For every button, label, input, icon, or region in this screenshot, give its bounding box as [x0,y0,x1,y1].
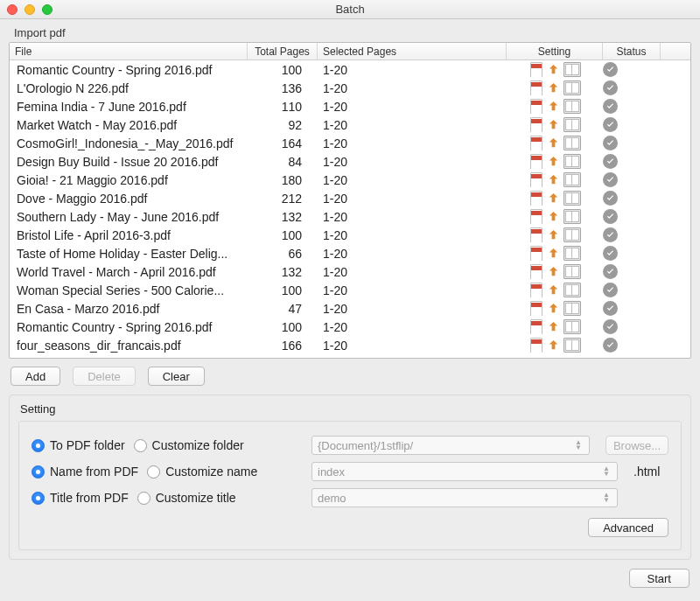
pdf-icon[interactable] [528,209,543,224]
pdf-icon[interactable] [528,319,543,334]
upload-icon[interactable] [546,136,561,150]
add-button[interactable]: Add [10,367,60,386]
template-icon[interactable] [564,319,581,334]
pdf-icon[interactable] [528,301,543,316]
table-body[interactable]: Romantic Country - Spring 2016.pdf1001-2… [10,60,690,358]
upload-icon[interactable] [546,99,561,114]
status-ok-icon [603,62,618,77]
upload-icon[interactable] [546,62,561,77]
upload-icon[interactable] [546,80,561,95]
pdf-icon[interactable] [528,80,543,95]
template-icon[interactable] [564,209,581,224]
table-row[interactable]: Romantic Country - Spring 2016.pdf1001-2… [10,60,690,79]
template-icon[interactable] [564,301,581,316]
template-icon[interactable] [564,338,581,353]
status-ok-icon [603,154,618,169]
template-icon[interactable] [564,80,581,95]
template-icon[interactable] [564,99,581,114]
pdf-icon[interactable] [528,338,543,353]
cell-selected-pages: 1-20 [318,63,507,77]
minimize-button[interactable] [24,4,35,15]
upload-icon[interactable] [546,191,561,206]
clear-button[interactable]: Clear [148,367,205,386]
opt-title-from-pdf[interactable]: Title from PDF [32,491,129,505]
pdf-icon[interactable] [528,136,543,150]
pdf-icon[interactable] [528,117,543,132]
cell-file: CosmoGirl!_Indonesia_-_May_2016.pdf [10,136,248,150]
settings-section-label: Setting [18,402,682,416]
template-icon[interactable] [564,117,581,132]
cell-file: Design Buy Build - Issue 20 2016.pdf [10,155,248,169]
upload-icon[interactable] [546,117,561,132]
col-setting[interactable]: Setting [507,43,603,59]
upload-icon[interactable] [546,209,561,224]
pdf-icon[interactable] [528,283,543,297]
upload-icon[interactable] [546,338,561,353]
table-row[interactable]: Southern Lady - May - June 2016.pdf1321-… [10,207,690,226]
titlebar: Batch [0,0,700,19]
template-icon[interactable] [564,264,581,279]
col-total-pages[interactable]: Total Pages [248,43,318,59]
table-row[interactable]: L'Orologio N 226.pdf1361-20 [10,79,690,97]
col-selected-pages[interactable]: Selected Pages [318,43,507,59]
pdf-icon[interactable] [528,172,543,187]
pdf-icon[interactable] [528,154,543,169]
pdf-icon[interactable] [528,62,543,77]
table-row[interactable]: Dove - Maggio 2016.pdf2121-20 [10,189,690,207]
upload-icon[interactable] [546,301,561,316]
upload-icon[interactable] [546,264,561,279]
template-icon[interactable] [564,136,581,150]
table-row[interactable]: World Travel - March - April 2016.pdf132… [10,262,690,281]
col-file[interactable]: File [10,43,248,59]
pdf-icon[interactable] [528,99,543,114]
close-button[interactable] [7,4,18,15]
status-ok-icon [603,172,618,187]
upload-icon[interactable] [546,246,561,261]
radio-icon [137,492,150,505]
pdf-icon[interactable] [528,227,543,242]
pdf-icon[interactable] [528,246,543,261]
template-icon[interactable] [564,246,581,261]
table-row[interactable]: four_seasons_dir_francais.pdf1661-20 [10,336,690,354]
opt-name-from-pdf[interactable]: Name from PDF [32,465,138,479]
template-icon[interactable] [564,191,581,206]
template-icon[interactable] [564,283,581,297]
start-button[interactable]: Start [629,569,690,588]
upload-icon[interactable] [546,283,561,297]
opt-to-pdf-folder[interactable]: To PDF folder [32,438,125,452]
template-icon[interactable] [564,62,581,77]
window-controls [7,4,52,15]
advanced-button[interactable]: Advanced [588,518,668,537]
table-row[interactable]: Femina India - 7 June 2016.pdf1101-20 [10,97,690,115]
upload-icon[interactable] [546,227,561,242]
pdf-icon[interactable] [528,264,543,279]
table-row[interactable]: Market Watch - May 2016.pdf921-20 [10,115,690,134]
name-combo[interactable]: index ▲▼ [312,462,618,481]
template-icon[interactable] [564,172,581,187]
table-row[interactable]: Design Buy Build - Issue 20 2016.pdf841-… [10,152,690,171]
opt-customize-title[interactable]: Customize title [137,491,236,505]
upload-icon[interactable] [546,172,561,187]
table-row[interactable]: CosmoGirl!_Indonesia_-_May_2016.pdf1641-… [10,134,690,152]
table-row[interactable]: Woman Special Series - 500 Calorie...100… [10,281,690,299]
col-status[interactable]: Status [603,43,661,59]
title-combo[interactable]: demo ▲▼ [312,488,618,507]
opt-customize-name[interactable]: Customize name [147,465,257,479]
status-ok-icon [603,209,618,224]
opt-customize-folder[interactable]: Customize folder [134,438,244,452]
cell-setting [507,136,603,150]
table-row[interactable]: En Casa - Marzo 2016.pdf471-20 [10,299,690,318]
upload-icon[interactable] [546,154,561,169]
chevron-updown-icon: ▲▼ [599,492,613,504]
cell-file: Bristol Life - April 2016-3.pdf [10,228,248,242]
template-icon[interactable] [564,154,581,169]
table-row[interactable]: Gioia! - 21 Maggio 2016.pdf1801-20 [10,171,690,189]
folder-path-combo[interactable]: {Document}/1stflip/ ▲▼ [312,436,590,455]
template-icon[interactable] [564,227,581,242]
table-row[interactable]: Romantic Country - Spring 2016.pdf1001-2… [10,318,690,336]
zoom-button[interactable] [42,4,52,15]
pdf-icon[interactable] [528,191,543,206]
table-row[interactable]: Bristol Life - April 2016-3.pdf1001-20 [10,226,690,244]
table-row[interactable]: Taste of Home Holiday - Easter Delig...6… [10,244,690,262]
upload-icon[interactable] [546,319,561,334]
